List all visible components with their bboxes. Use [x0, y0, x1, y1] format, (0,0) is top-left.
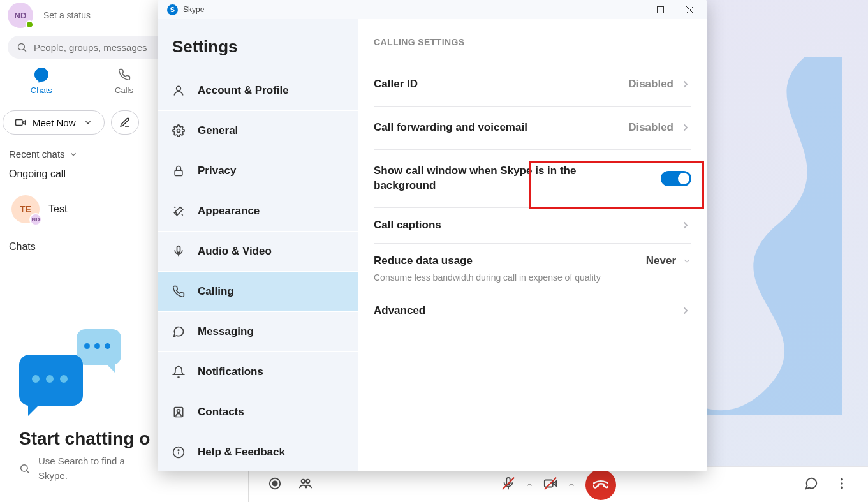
new-chat-button[interactable]	[111, 110, 139, 135]
chat-avatar-mini: ND	[29, 213, 42, 226]
reduce-label: Reduce data usage	[374, 254, 473, 269]
nav-notifications-label: Notifications	[198, 365, 263, 378]
row-caller-id[interactable]: Caller ID Disabled	[374, 63, 691, 107]
reduce-value: Never	[646, 255, 676, 267]
nav-contacts-label: Contacts	[198, 406, 244, 418]
row-reduce-data[interactable]: Reduce data usage Never Consume less ban…	[374, 244, 691, 293]
presence-dot	[26, 20, 34, 29]
svg-rect-12	[506, 477, 510, 484]
search-icon	[19, 463, 31, 475]
chat-avatar: TE ND	[11, 195, 40, 223]
show-window-label: Show call window when Skype is in the ba…	[374, 164, 616, 193]
nav-appearance-label: Appearance	[198, 205, 260, 218]
nav-account[interactable]: Account & Profile	[158, 71, 358, 111]
svg-point-24	[177, 129, 180, 133]
message-icon	[172, 325, 189, 338]
svg-rect-25	[175, 170, 182, 175]
record-icon[interactable]	[268, 476, 282, 493]
reduce-subtext: Consume less bandwidth during call in ex…	[374, 272, 691, 283]
nav-audio-video[interactable]: Audio & Video	[158, 232, 358, 272]
chevron-right-icon	[680, 122, 691, 133]
svg-rect-20	[657, 6, 663, 13]
hangup-button[interactable]	[585, 469, 616, 500]
nav-messaging-label: Messaging	[198, 325, 254, 338]
svg-point-6	[21, 464, 28, 471]
mic-options[interactable]	[522, 477, 537, 492]
call-toolbar	[249, 466, 868, 502]
svg-point-16	[841, 478, 843, 480]
bell-icon	[172, 365, 189, 378]
people-icon[interactable]	[298, 476, 313, 493]
book-icon	[172, 406, 189, 418]
chevron-down-icon	[69, 150, 78, 159]
nav-calling-label: Calling	[198, 285, 234, 298]
captions-label: Call captions	[374, 218, 441, 233]
caller-id-label: Caller ID	[374, 77, 418, 92]
info-icon	[172, 446, 189, 459]
phone-icon	[172, 285, 189, 298]
camera-off-icon[interactable]	[543, 476, 557, 493]
chevron-right-icon	[680, 219, 691, 231]
svg-point-23	[177, 86, 181, 91]
edit-icon	[119, 117, 131, 128]
row-captions[interactable]: Call captions	[374, 208, 691, 244]
tab-chats[interactable]: Chats	[0, 64, 83, 99]
nav-appearance[interactable]: Appearance	[158, 191, 358, 232]
tab-chats-label: Chats	[31, 85, 52, 95]
svg-point-10	[302, 479, 305, 483]
maximize-button[interactable]	[645, 0, 675, 19]
chevron-right-icon	[680, 305, 691, 316]
nav-privacy[interactable]: Privacy	[158, 151, 358, 191]
svg-line-7	[27, 471, 29, 473]
forwarding-label: Call forwarding and voicemail	[374, 121, 527, 135]
calls-icon	[117, 68, 131, 82]
svg-point-17	[841, 482, 843, 485]
row-show-call-window: Show call window when Skype is in the ba…	[374, 150, 691, 208]
meet-now-label: Meet Now	[33, 117, 76, 128]
settings-content: CALLING SETTINGS Caller ID Disabled Call…	[358, 19, 707, 471]
advanced-label: Advanced	[374, 304, 425, 318]
row-forwarding[interactable]: Call forwarding and voicemail Disabled	[374, 107, 691, 150]
avatar-initials: ND	[15, 11, 27, 20]
chat-name: Test	[48, 203, 67, 215]
chat-icon[interactable]	[804, 476, 818, 493]
more-icon[interactable]	[835, 476, 849, 493]
nav-help-label: Help & Feedback	[198, 446, 285, 459]
titlebar: S Skype	[158, 0, 707, 19]
nav-general-label: General	[198, 124, 238, 137]
svg-rect-26	[177, 246, 180, 253]
window-title: Skype	[183, 5, 204, 14]
svg-point-9	[272, 481, 277, 485]
row-advanced[interactable]: Advanced	[374, 293, 691, 329]
tab-calls-label: Calls	[115, 85, 133, 95]
empty-subtitle-text: Use Search to find a Skype.	[38, 454, 125, 483]
svg-point-0	[18, 43, 24, 50]
mic-icon	[172, 245, 189, 258]
nav-help[interactable]: Help & Feedback	[158, 432, 358, 471]
show-window-toggle[interactable]	[661, 171, 691, 186]
search-placeholder: People, groups, messages	[34, 42, 147, 53]
svg-line-1	[24, 49, 26, 52]
close-button[interactable]	[675, 0, 704, 19]
wand-icon	[172, 205, 189, 218]
nav-calling[interactable]: Calling	[158, 272, 358, 312]
section-heading: CALLING SETTINGS	[374, 37, 691, 47]
mic-off-icon[interactable]	[501, 476, 515, 493]
status-text[interactable]: Set a status	[43, 10, 91, 20]
nav-messaging[interactable]: Messaging	[158, 312, 358, 352]
chevron-down-icon	[84, 118, 92, 127]
nav-notifications[interactable]: Notifications	[158, 352, 358, 392]
nav-general[interactable]: General	[158, 111, 358, 151]
meet-now-button[interactable]: Meet Now	[3, 110, 105, 135]
chat-avatar-initials: TE	[20, 204, 31, 214]
svg-point-32	[178, 450, 179, 451]
tab-calls[interactable]: Calls	[83, 64, 166, 99]
svg-point-18	[841, 486, 843, 489]
nav-contacts[interactable]: Contacts	[158, 392, 358, 432]
gear-icon	[172, 124, 189, 137]
avatar[interactable]: ND	[8, 3, 33, 28]
chats-icon	[34, 68, 48, 82]
minimize-button[interactable]	[616, 0, 645, 19]
camera-options[interactable]	[564, 477, 579, 492]
svg-rect-4	[16, 120, 23, 126]
